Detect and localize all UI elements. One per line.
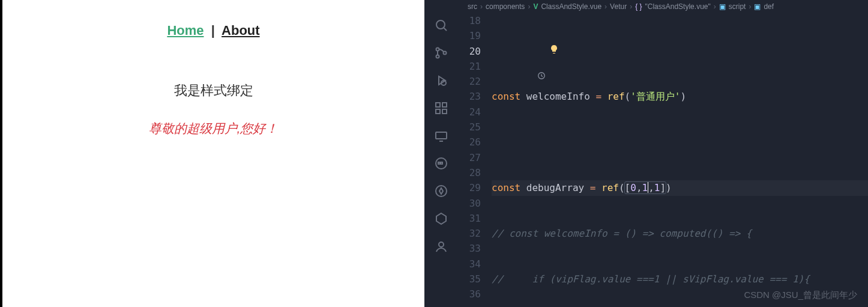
code-line[interactable] <box>492 135 868 150</box>
line-number: 35 <box>458 272 481 287</box>
line-number: 22 <box>458 74 481 89</box>
chevron-right-icon: › <box>480 2 483 11</box>
editor-pane: src › components › V ClassAndStyle.vue ›… <box>424 0 868 307</box>
crumb-script[interactable]: script <box>729 2 746 11</box>
source-control-icon[interactable] <box>433 44 450 61</box>
code-line-current[interactable]: const debugArray = ref([0,1,1]) <box>492 180 868 195</box>
nav-bar: Home | About <box>2 23 424 38</box>
line-number: 21 <box>458 59 481 74</box>
line-number: 27 <box>458 150 481 165</box>
line-number: 28 <box>458 165 481 180</box>
crumb-src[interactable]: src <box>468 2 477 11</box>
vite-icon[interactable] <box>433 183 450 199</box>
code-line[interactable]: const welcomeInfo = ref('普通用户') <box>492 89 868 104</box>
docker-icon[interactable] <box>433 155 450 172</box>
line-number: 34 <box>458 257 481 272</box>
greeting-text: 尊敬的超级用户,您好！ <box>2 120 424 137</box>
line-number: 32 <box>458 226 481 241</box>
line-number: 29 <box>458 180 481 195</box>
line-number: 25 <box>458 120 481 135</box>
code-line[interactable]: // if (vipFlag.value ===1 || sVipFlag.va… <box>492 272 868 287</box>
chevron-right-icon: › <box>604 2 607 11</box>
line-number: 31 <box>458 211 481 226</box>
chevron-right-icon: › <box>528 2 530 11</box>
user-icon[interactable] <box>433 238 450 255</box>
braces-icon: { } <box>635 2 642 11</box>
svg-point-3 <box>436 55 439 58</box>
svg-rect-10 <box>442 103 447 107</box>
line-number: 18 <box>458 13 481 28</box>
crumb-def[interactable]: def <box>764 2 774 11</box>
crumb-components[interactable]: components <box>486 2 525 11</box>
nav-separator: | <box>208 23 219 38</box>
browser-preview: Home | About 我是样式绑定 尊敬的超级用户,您好！ <box>0 0 424 307</box>
cube-icon: ▣ <box>719 2 726 11</box>
hexagon-icon[interactable] <box>433 210 450 227</box>
search-icon[interactable] <box>433 17 450 34</box>
chevron-right-icon: › <box>714 2 716 11</box>
crumb-vetur[interactable]: Vetur <box>610 2 627 11</box>
line-number: 33 <box>458 241 481 256</box>
svg-marker-15 <box>436 213 446 224</box>
svg-point-0 <box>436 20 445 29</box>
crumb-quoted[interactable]: "ClassAndStyle.vue" <box>645 2 711 11</box>
line-number: 23 <box>458 89 481 104</box>
activity-bar <box>424 13 458 307</box>
chevron-right-icon: › <box>630 2 632 11</box>
svg-rect-8 <box>436 109 440 114</box>
page-heading: 我是样式绑定 <box>2 82 424 100</box>
vue-file-icon: V <box>533 2 538 11</box>
editor-body: 18 19 20 21 22 23 24 25 26 27 28 29 30 3… <box>424 13 868 307</box>
line-number: 36 <box>458 287 481 302</box>
nav-home-link[interactable]: Home <box>167 23 203 38</box>
line-number: 30 <box>458 196 481 211</box>
svg-point-2 <box>436 48 439 51</box>
svg-rect-11 <box>436 132 447 139</box>
code-area[interactable]: 18 19 20 21 22 23 24 25 26 27 28 29 30 3… <box>458 13 868 307</box>
code-content[interactable]: const welcomeInfo = ref('普通用户') const de… <box>492 13 868 307</box>
extensions-icon[interactable] <box>433 100 450 117</box>
line-number: 20 <box>458 44 481 59</box>
crumb-file[interactable]: ClassAndStyle.vue <box>541 2 601 11</box>
line-number: 19 <box>458 28 481 43</box>
lightbulb-icon[interactable] <box>492 28 501 38</box>
svg-rect-7 <box>436 103 440 107</box>
chevron-right-icon: › <box>749 2 751 11</box>
svg-point-4 <box>444 52 447 55</box>
breadcrumbs[interactable]: src › components › V ClassAndStyle.vue ›… <box>424 0 868 13</box>
clock-icon <box>480 54 488 62</box>
svg-point-16 <box>439 242 444 247</box>
line-number: 24 <box>458 105 481 120</box>
debug-icon[interactable] <box>433 72 450 89</box>
svg-rect-9 <box>442 109 447 114</box>
code-line[interactable]: // const welcomeInfo = () => computed(()… <box>492 226 868 241</box>
nav-about-link[interactable]: About <box>222 23 260 38</box>
line-number: 26 <box>458 135 481 150</box>
remote-icon[interactable] <box>433 127 450 144</box>
cube-icon: ▣ <box>754 2 761 11</box>
svg-line-1 <box>444 28 447 31</box>
